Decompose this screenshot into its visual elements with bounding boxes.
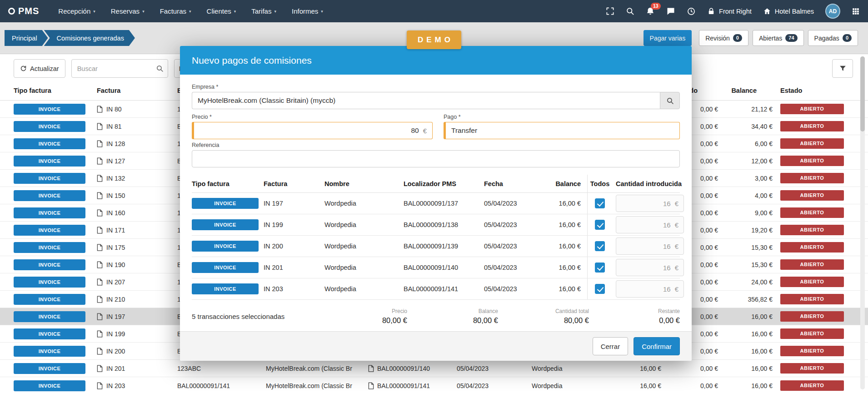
status-tab[interactable]: Abiertas 74: [753, 30, 804, 46]
menu-item[interactable]: Reservas ▾: [111, 7, 145, 15]
status-badge: ABIERTO: [780, 121, 844, 131]
filter-button[interactable]: [832, 59, 853, 78]
summary-cantidad-total: Cantidad total 80,00 €: [498, 308, 589, 325]
search-icon[interactable]: [626, 7, 634, 15]
cantidad-input[interactable]: [621, 200, 671, 207]
row-select-checkbox[interactable]: [595, 263, 605, 273]
status-tab[interactable]: Revisión 0: [699, 30, 748, 46]
menu-item-label: Clientes: [207, 7, 231, 15]
modal-table-body: INVOICE IN 197 Wordpedia BAL00000091/137…: [192, 193, 680, 300]
m-cell-localizador: BAL00000091/137: [404, 193, 484, 214]
status-tab[interactable]: Pagar varias: [644, 30, 692, 46]
row-select-checkbox[interactable]: [595, 284, 605, 294]
menu-item[interactable]: Informes ▾: [292, 7, 323, 15]
empresa-search-button[interactable]: [660, 92, 680, 109]
confirm-button[interactable]: Confirmar: [634, 337, 680, 355]
status-tab-label: Abiertas: [759, 35, 782, 42]
summary-balance: Balance 80,00 €: [407, 308, 498, 325]
m-cell-fecha: 05/04/2023: [484, 193, 543, 214]
invoice-type-badge: INVOICE: [14, 259, 85, 270]
avatar[interactable]: AD: [825, 4, 840, 19]
cell-balance: 24,00 €: [718, 278, 773, 286]
menu-item[interactable]: Tarifas ▾: [251, 7, 276, 15]
row-select-checkbox[interactable]: [595, 241, 605, 251]
chat-icon[interactable]: [666, 7, 675, 16]
referencia-input[interactable]: [192, 150, 680, 167]
m-cell-balance: 16,00 €: [543, 193, 581, 214]
invoice-number: IN 197: [106, 313, 125, 320]
header-factura[interactable]: Factura: [97, 87, 177, 94]
menu-item-label: Recepción: [58, 7, 90, 15]
invoice-type-badge: INVOICE: [192, 241, 259, 252]
vertical-scrollbar[interactable]: [860, 56, 865, 389]
currency-suffix: €: [423, 127, 427, 135]
invoice-number: IN 175: [106, 244, 125, 251]
fullscreen-icon[interactable]: [606, 7, 614, 15]
invoice-type-badge: INVOICE: [14, 277, 85, 288]
menu-item[interactable]: Facturas ▾: [160, 7, 191, 15]
chevron-down-icon: ▾: [274, 9, 276, 14]
chevron-down-icon: ▾: [93, 9, 95, 14]
document-icon: [97, 140, 103, 147]
cantidad-input[interactable]: [621, 242, 671, 250]
table-row[interactable]: INVOICE IN 203 BAL00000091/141 MyHotelBr…: [0, 377, 868, 394]
row-select-checkbox[interactable]: [595, 220, 605, 230]
pago-input[interactable]: [451, 126, 674, 135]
notifications-bell-icon[interactable]: 13: [646, 7, 655, 16]
status-tab-label: Pagadas: [814, 35, 839, 42]
menu-item[interactable]: Clientes ▾: [207, 7, 236, 15]
status-badge: ABIERTO: [780, 138, 844, 149]
m-cell-localizador: BAL00000091/139: [404, 236, 484, 257]
row-select-checkbox[interactable]: [595, 198, 605, 208]
document-icon: [97, 175, 103, 182]
precio-input[interactable]: [200, 126, 419, 135]
menu-item[interactable]: Recepción ▾: [58, 7, 95, 15]
invoice-number: IN 207: [106, 278, 125, 286]
status-badge: ABIERTO: [780, 259, 844, 270]
status-tab-label: Pagar varias: [650, 35, 686, 42]
document-icon: [97, 296, 103, 303]
cell-balance: 6,00 €: [718, 140, 773, 147]
m-cell-nombre: Wordpedia: [324, 193, 404, 214]
refresh-button[interactable]: Actualizar: [14, 59, 65, 78]
cantidad-input-box: €: [616, 195, 684, 212]
close-button[interactable]: Cerrar: [593, 337, 629, 355]
breadcrumb-item[interactable]: Principal: [5, 30, 48, 46]
cell-balance: 15,30 €: [718, 261, 773, 268]
cell-importe: 16,00 €: [602, 382, 661, 389]
empresa-input[interactable]: [192, 92, 660, 109]
invoice-type-badge: INVOICE: [14, 138, 85, 149]
brand-logo[interactable]: PMS: [8, 6, 39, 16]
m-header-todos[interactable]: Todos: [587, 175, 612, 192]
cell-pagado: 0,00 €: [661, 382, 718, 389]
summary-precio: Precio 80,00 €: [316, 308, 407, 325]
header-tipo-factura[interactable]: Tipo factura: [14, 87, 97, 94]
m-cell-factura: IN 200: [264, 236, 324, 257]
scrollbar-thumb[interactable]: [860, 56, 865, 131]
apps-grid-icon[interactable]: [852, 7, 860, 15]
workstation-selector[interactable]: Front Right: [707, 7, 752, 15]
header-estado[interactable]: Estado: [773, 87, 844, 94]
cantidad-input-box: €: [616, 216, 684, 233]
status-badge: ABIERTO: [780, 242, 844, 253]
hotel-selector[interactable]: Hotel Balmes: [763, 7, 814, 15]
search-input[interactable]: [71, 59, 168, 78]
m-cell-balance: 16,00 €: [543, 214, 581, 235]
breadcrumb-item[interactable]: Comisiones generadas: [44, 30, 135, 46]
hotel-name: Hotel Balmes: [775, 8, 814, 15]
modal-table-header-row: Tipo factura Factura Nombre Localizador …: [192, 175, 680, 193]
header-balance[interactable]: Balance: [718, 87, 773, 94]
m-cell-balance: 16,00 €: [543, 236, 581, 257]
cantidad-input[interactable]: [621, 285, 671, 293]
cantidad-input[interactable]: [621, 221, 671, 229]
table-row[interactable]: INVOICE IN 201 123ABC MyHotelBreak.com (…: [0, 360, 868, 377]
document-icon: [97, 382, 103, 389]
document-icon: [97, 244, 103, 251]
document-icon: [97, 227, 103, 234]
status-tab-count-badge: 74: [785, 34, 797, 42]
status-tab[interactable]: Pagadas 0: [808, 30, 858, 46]
cantidad-input[interactable]: [621, 264, 671, 272]
history-icon[interactable]: [687, 7, 696, 16]
empresa-field: Empresa *: [192, 84, 680, 109]
m-header-balance: Balance: [543, 175, 581, 192]
